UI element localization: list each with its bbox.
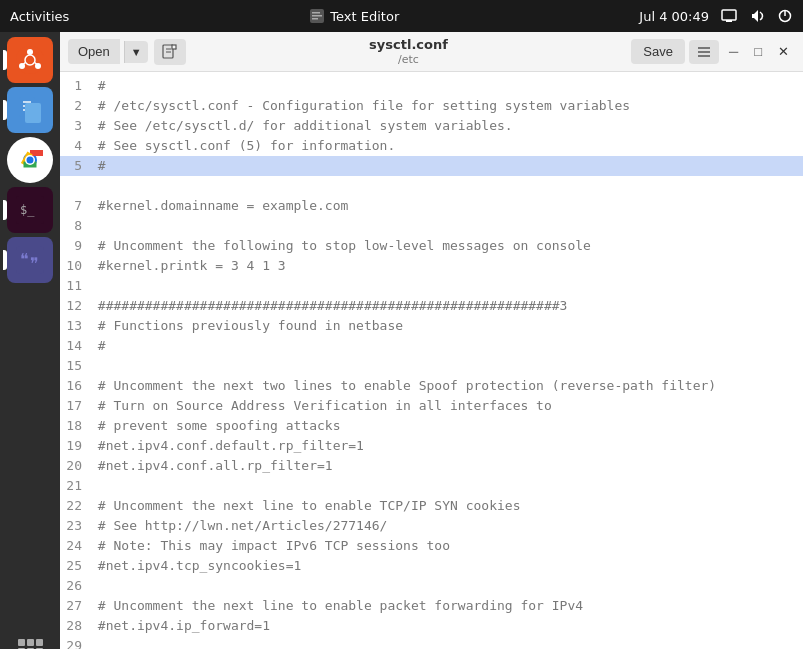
activities-button[interactable]: Activities (10, 9, 69, 24)
table-row: 24 # Note: This may impact IPv6 TCP sess… (60, 536, 803, 556)
table-row: 26 (60, 576, 803, 596)
line-number: 16 (60, 376, 90, 396)
sidebar-item-terminal[interactable]: $_ (7, 187, 53, 233)
line-content (90, 216, 803, 236)
line-number: 10 (60, 256, 90, 276)
line-number: 15 (60, 356, 90, 376)
table-row: 13 # Functions previously found in netba… (60, 316, 803, 336)
table-row: 16 # Uncomment the next two lines to ena… (60, 376, 803, 396)
table-row: 3 # See /etc/sysctl.d/ for additional sy… (60, 116, 803, 136)
svg-rect-41 (172, 45, 176, 49)
toolbar-title: sysctl.conf /etc (190, 37, 628, 66)
new-doc-icon (162, 44, 178, 60)
table-row: 15 (60, 356, 803, 376)
line-content: # See /etc/sysctl.d/ for additional syst… (90, 116, 803, 136)
svg-rect-30 (18, 639, 25, 646)
sidebar-item-chrome[interactable] (7, 137, 53, 183)
main-window: $_ ❝ ❞ (0, 32, 803, 649)
grid-icon (16, 637, 44, 649)
table-row (60, 176, 803, 196)
power-icon (777, 8, 793, 24)
table-row: 18 # prevent some spoofing attacks (60, 416, 803, 436)
sidebar-item-ubuntu[interactable] (7, 37, 53, 83)
line-content: #net.ipv4.ip_forward=1 (90, 616, 803, 636)
open-button[interactable]: Open (68, 39, 120, 64)
svg-rect-32 (36, 639, 43, 646)
line-content (90, 476, 803, 496)
table-row: 22 # Uncomment the next line to enable T… (60, 496, 803, 516)
close-button[interactable]: ✕ (772, 40, 795, 63)
text-area-wrapper[interactable]: 1 #2 # /etc/sysctl.conf - Configuration … (60, 72, 803, 649)
svg-rect-17 (23, 101, 31, 103)
datetime-label: Jul 4 00:49 (639, 9, 709, 24)
chrome-icon (13, 143, 47, 177)
line-number: 23 (60, 516, 90, 536)
line-content: # See http://lwn.net/Articles/277146/ (90, 516, 803, 536)
line-content: # Uncomment the next line to enable TCP/… (90, 496, 803, 516)
editor-toolbar: Open ▼ sysctl.conf /etc Save (60, 32, 803, 72)
svg-text:❝: ❝ (20, 251, 29, 268)
line-content: # (90, 156, 803, 176)
sidebar-item-grid[interactable] (7, 628, 53, 649)
save-button[interactable]: Save (631, 39, 685, 64)
line-number: 5 (60, 156, 90, 176)
svg-text:$_: $_ (20, 203, 35, 217)
line-number: 21 (60, 476, 90, 496)
line-number: 8 (60, 216, 90, 236)
line-content: #net.ipv4.tcp_syncookies=1 (90, 556, 803, 576)
svg-rect-31 (27, 639, 34, 646)
table-row: 28 #net.ipv4.ip_forward=1 (60, 616, 803, 636)
editor-content[interactable]: 1 #2 # /etc/sysctl.conf - Configuration … (60, 72, 803, 649)
new-document-button[interactable] (154, 39, 186, 65)
quotes-icon: ❝ ❞ (15, 245, 45, 275)
line-number: 2 (60, 96, 90, 116)
table-row: 4 # See sysctl.conf (5) for information. (60, 136, 803, 156)
table-row: 20 #net.ipv4.conf.all.rp_filter=1 (60, 456, 803, 476)
line-content: # /etc/sysctl.conf - Configuration file … (90, 96, 803, 116)
line-content (90, 176, 803, 196)
line-content: # (90, 336, 803, 356)
line-number: 26 (60, 576, 90, 596)
line-content: ########################################… (90, 296, 803, 316)
file-name: sysctl.conf (190, 37, 628, 53)
line-content: #kernel.printk = 3 4 1 3 (90, 256, 803, 276)
sidebar-item-files[interactable] (7, 87, 53, 133)
line-content: # (90, 76, 803, 96)
line-number: 12 (60, 296, 90, 316)
sidebar-item-quotes[interactable]: ❝ ❞ (7, 237, 53, 283)
line-content: # Uncomment the following to stop low-le… (90, 236, 803, 256)
table-row: 21 (60, 476, 803, 496)
line-number: 24 (60, 536, 90, 556)
volume-icon (749, 8, 765, 24)
screen-icon (721, 8, 737, 24)
code-area[interactable]: 1 #2 # /etc/sysctl.conf - Configuration … (60, 72, 803, 649)
svg-rect-3 (312, 18, 318, 20)
svg-rect-20 (25, 103, 41, 123)
table-row: 2 # /etc/sysctl.conf - Configuration fil… (60, 96, 803, 116)
line-content: #kernel.domainname = example.com (90, 196, 803, 216)
table-row: 29 (60, 636, 803, 649)
minimize-button[interactable]: ─ (723, 40, 744, 63)
line-content: # Turn on Source Address Verification in… (90, 396, 803, 416)
table-row: 8 (60, 216, 803, 236)
svg-rect-4 (722, 10, 736, 20)
line-content (90, 636, 803, 649)
table-row: 10 #kernel.printk = 3 4 1 3 (60, 256, 803, 276)
open-dropdown-button[interactable]: ▼ (124, 41, 148, 63)
table-row: 7 #kernel.domainname = example.com (60, 196, 803, 216)
svg-point-24 (27, 157, 34, 164)
app-name-label: Text Editor (330, 9, 399, 24)
line-content (90, 356, 803, 376)
line-number: 9 (60, 236, 90, 256)
sidebar: $_ ❝ ❞ (0, 32, 60, 649)
menu-button[interactable] (689, 40, 719, 64)
maximize-button[interactable]: □ (748, 40, 768, 63)
table-row: 14 # (60, 336, 803, 356)
table-row: 11 (60, 276, 803, 296)
table-row: 27 # Uncomment the next line to enable p… (60, 596, 803, 616)
line-number: 11 (60, 276, 90, 296)
table-row: 9 # Uncomment the following to stop low-… (60, 236, 803, 256)
line-number: 17 (60, 396, 90, 416)
line-number: 20 (60, 456, 90, 476)
hamburger-icon (697, 45, 711, 59)
